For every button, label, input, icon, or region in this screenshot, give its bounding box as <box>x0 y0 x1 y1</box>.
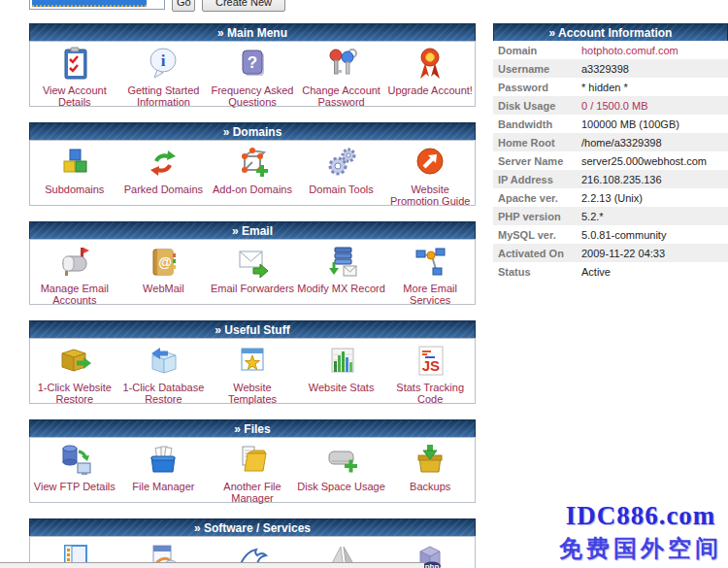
menu-item-disk-space-usage[interactable]: Disk Space Usage <box>297 441 386 492</box>
menu-item-change-password[interactable]: Change Account Password <box>297 45 386 108</box>
menu-item-label: Subdomains <box>45 184 104 195</box>
menu-item-webmail[interactable]: @ WebMail <box>119 243 209 294</box>
info-bubble-icon: i <box>144 45 182 84</box>
menu-item-backups[interactable]: Backups <box>385 441 475 492</box>
account-info-row-ip-address: IP Address216.108.235.136 <box>493 170 728 188</box>
section-header-main-menu: » Main Menu <box>29 23 476 41</box>
menu-item-getting-started[interactable]: i Getting Started Information <box>119 45 209 108</box>
menu-item-label: Email Forwarders <box>211 283 294 294</box>
address-book-icon: @ <box>144 243 182 282</box>
menu-item-label: Upgrade Account! <box>387 84 472 96</box>
disk-drive-plus-icon <box>322 441 361 480</box>
menu-item-manage-email[interactable]: Manage Email Accounts <box>30 243 119 306</box>
menu-item-label: Frequency Asked Questions <box>208 84 297 108</box>
status-value: Active <box>581 266 611 278</box>
menu-item-file-manager[interactable]: File Manager <box>119 441 209 492</box>
menu-item-email-forwarders[interactable]: Email Forwarders <box>208 243 297 294</box>
section-header-files: » Files <box>29 419 476 437</box>
backup-box-icon <box>411 441 449 480</box>
account-info-row-home-root: Home Root/home/a3329398 <box>493 133 728 151</box>
menu-item-label: Website Promotion Guide <box>385 184 475 207</box>
menu-item-label: Website Stats <box>309 382 375 393</box>
menu-item-database-restore[interactable]: 1-Click Database Restore <box>119 342 209 405</box>
menu-item-modify-mx[interactable]: Modify MX Record <box>297 243 386 294</box>
account-info-row-php: PHP version5.2.* <box>493 207 728 225</box>
text-selection <box>32 0 147 7</box>
question-mark-icon: ? <box>233 45 272 84</box>
menu-item-label: Manage Email Accounts <box>30 283 119 306</box>
menu-item-label: Getting Started Information <box>119 84 209 108</box>
ftp-transfer-icon <box>55 441 94 480</box>
menu-item-label: View FTP Details <box>34 481 116 492</box>
menu-item-view-account-details[interactable]: View Account Details <box>30 45 119 108</box>
account-info-row-domain: Domainhotphoto.comuf.com <box>493 41 728 59</box>
domain-select-input[interactable] <box>29 0 165 10</box>
account-info-row-status: StatusActive <box>493 262 728 281</box>
svg-text:JS: JS <box>422 357 440 374</box>
menu-item-more-email-services[interactable]: More Email Services <box>385 243 475 306</box>
bar-chart-icon <box>322 342 361 381</box>
account-info-row-disk-usage: Disk Usage0 / 1500.0 MB <box>493 96 728 115</box>
menu-item-label: File Manager <box>132 481 194 492</box>
menu-item-label: 1-Click Website Restore <box>30 382 119 405</box>
watermark: IDC886.com 免费国外空间 <box>559 501 722 564</box>
account-info-row-activated: Activated On2009-11-22 04:33 <box>493 244 728 262</box>
menu-item-label: Backups <box>410 481 450 492</box>
menu-item-upgrade-account[interactable]: Upgrade Account! <box>385 45 475 96</box>
account-info-row-username: Usernamea3329398 <box>493 59 728 78</box>
menu-item-domain-tools[interactable]: Domain Tools <box>297 144 386 195</box>
menu-item-stats-tracking-code[interactable]: JS Stats Tracking Code <box>385 342 475 405</box>
folder-document-icon <box>233 441 272 480</box>
gears-icon <box>322 144 361 183</box>
box-restore-icon <box>55 342 94 381</box>
mailbox-icon <box>55 243 94 282</box>
account-info-row-mysql: MySQL ver.5.0.81-community <box>493 225 728 244</box>
section-header-software-services: » Software / Services <box>29 518 476 536</box>
section-header-domains: » Domains <box>29 122 476 140</box>
menu-item-view-ftp-details[interactable]: View FTP Details <box>30 441 119 492</box>
section-software-services: » Software / Services php php <box>29 518 476 568</box>
watermark-slogan: 免费国外空间 <box>559 533 722 564</box>
account-information-panel: » Account Information Domainhotphoto.com… <box>493 23 728 281</box>
menu-item-subdomains[interactable]: Subdomains <box>30 144 119 195</box>
menu-item-another-file-manager[interactable]: Another File Manager <box>208 441 297 504</box>
section-header-useful-stuff: » Useful Stuff <box>29 320 476 338</box>
menu-item-parked-domains[interactable]: Parked Domains <box>119 144 209 195</box>
menu-item-label: WebMail <box>143 283 184 294</box>
menu-item-label: Modify MX Record <box>297 283 384 294</box>
menu-item-label: Website Templates <box>208 382 297 405</box>
top-toolbar: Go Create New <box>29 0 285 12</box>
menu-item-label: 1-Click Database Restore <box>119 382 209 405</box>
recycle-arrows-icon <box>144 144 182 183</box>
account-info-row-password: Password* hidden * <box>493 78 728 96</box>
email-nodes-icon <box>411 243 449 282</box>
menu-item-website-promotion[interactable]: Website Promotion Guide <box>385 144 475 207</box>
section-domains: » Domains Subdomains Parked Domains Add-… <box>29 122 476 206</box>
section-useful-stuff: » Useful Stuff 1-Click Website Restore 1… <box>29 320 476 404</box>
account-info-row-server-name: Server Nameserver25.000webhost.com <box>493 151 728 170</box>
menu-item-label: More Email Services <box>385 283 475 306</box>
menu-item-website-restore[interactable]: 1-Click Website Restore <box>30 342 119 405</box>
menu-item-website-stats[interactable]: Website Stats <box>297 342 386 393</box>
go-button[interactable]: Go <box>172 0 195 12</box>
database-restore-icon <box>144 342 182 381</box>
envelope-forward-icon <box>233 243 272 282</box>
main-menu-column: » Main Menu View Account Details i Getti… <box>29 23 476 568</box>
file-manager-box-icon <box>144 441 182 480</box>
menu-item-label: Another File Manager <box>208 481 297 504</box>
section-main-menu: » Main Menu View Account Details i Getti… <box>29 23 476 107</box>
menu-item-addon-domains[interactable]: Add-on Domains <box>208 144 297 195</box>
svg-text:@: @ <box>159 254 173 270</box>
menu-item-faq[interactable]: ? Frequency Asked Questions <box>208 45 297 108</box>
disk-usage-value: 0 / 1500.0 MB <box>581 100 648 112</box>
account-information-header: » Account Information <box>493 23 728 41</box>
section-files: » Files View FTP Details File Manager An… <box>29 419 476 503</box>
create-new-button[interactable]: Create New <box>202 0 285 12</box>
award-ribbon-icon <box>411 45 449 84</box>
account-info-row-apache: Apache ver.2.2.13 (Unix) <box>493 188 728 207</box>
menu-item-website-templates[interactable]: Website Templates <box>208 342 297 405</box>
network-cube-plus-icon <box>233 144 272 183</box>
menu-item-label: Parked Domains <box>124 184 203 195</box>
menu-item-label: Disk Space Usage <box>297 481 385 492</box>
menu-item-label: Domain Tools <box>309 184 373 195</box>
